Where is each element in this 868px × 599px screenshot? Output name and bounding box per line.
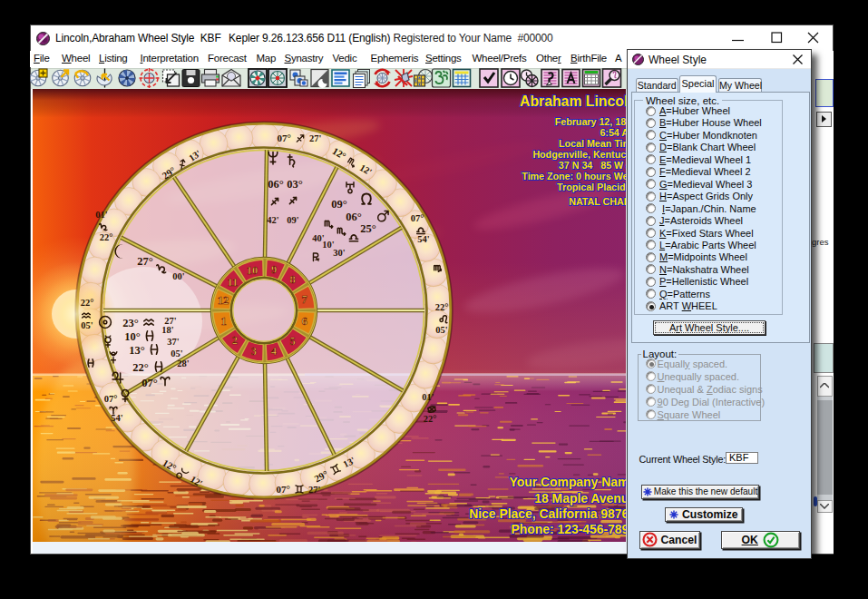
svg-text:07°: 07° bbox=[411, 213, 424, 223]
svg-text:01': 01' bbox=[95, 210, 108, 220]
svg-text:3: 3 bbox=[251, 345, 257, 358]
svg-text:06°: 06° bbox=[268, 178, 284, 191]
svg-text:10: 10 bbox=[247, 264, 258, 277]
svg-text:54': 54' bbox=[417, 234, 430, 244]
svg-text:NATAL CHART: NATAL CHART bbox=[569, 196, 627, 207]
svg-text:07°: 07° bbox=[278, 133, 291, 143]
svg-text:09': 09' bbox=[287, 215, 299, 225]
svg-text:10°: 10° bbox=[124, 330, 141, 343]
svg-text:Local Mean Time: Local Mean Time bbox=[559, 138, 627, 149]
svg-text:27': 27' bbox=[309, 133, 322, 143]
svg-text:6: 6 bbox=[301, 315, 307, 328]
svg-text:Your Company Name: Your Company Name bbox=[510, 475, 627, 489]
svg-text:13°: 13° bbox=[129, 344, 145, 357]
svg-text:Phone: 123-456-7890: Phone: 123-456-7890 bbox=[512, 522, 627, 536]
svg-text:23°: 23° bbox=[122, 317, 139, 329]
svg-text:06°: 06° bbox=[346, 211, 362, 223]
svg-text:8: 8 bbox=[289, 273, 295, 286]
svg-text:Hodgenville, Kentucky: Hodgenville, Kentucky bbox=[532, 149, 627, 160]
svg-text:05': 05' bbox=[435, 325, 448, 335]
svg-text:5: 5 bbox=[289, 335, 295, 348]
svg-text:7: 7 bbox=[301, 293, 307, 306]
svg-text:Tropical Placidus: Tropical Placidus bbox=[557, 182, 627, 192]
svg-text:07°: 07° bbox=[277, 484, 290, 495]
svg-text:18 Maple Avenue: 18 Maple Avenue bbox=[534, 491, 627, 506]
svg-text:03°: 03° bbox=[287, 178, 303, 191]
svg-text:Nice Place, California 98765: Nice Place, California 98765 bbox=[469, 506, 627, 521]
svg-text:00': 00' bbox=[172, 271, 185, 281]
svg-text:25°: 25° bbox=[360, 222, 376, 235]
svg-text:07°: 07° bbox=[141, 377, 158, 389]
svg-text:28': 28' bbox=[177, 358, 190, 368]
svg-text:54': 54' bbox=[111, 413, 123, 423]
svg-text:27°: 27° bbox=[137, 255, 153, 268]
svg-text:01': 01' bbox=[422, 392, 434, 402]
svg-text:6:54 AM: 6:54 AM bbox=[600, 127, 627, 138]
svg-text:37': 37' bbox=[167, 337, 180, 347]
svg-text:1: 1 bbox=[220, 315, 226, 328]
svg-text:12: 12 bbox=[218, 294, 229, 307]
svg-text:22°: 22° bbox=[81, 298, 94, 308]
svg-text:22°: 22° bbox=[132, 361, 149, 374]
svg-text:37 N 34 85 W 41: 37 N 34 85 W 41 bbox=[559, 160, 627, 171]
svg-text:22°: 22° bbox=[424, 414, 437, 424]
svg-text:2: 2 bbox=[232, 334, 238, 347]
svg-text:11: 11 bbox=[227, 276, 238, 289]
svg-text:22°: 22° bbox=[100, 232, 113, 242]
svg-text:Abraham Lincoln: Abraham Lincoln bbox=[520, 93, 627, 109]
svg-text:42': 42' bbox=[267, 215, 279, 225]
svg-text:9: 9 bbox=[271, 263, 277, 276]
svg-text:05': 05' bbox=[81, 320, 93, 330]
svg-text:05': 05' bbox=[171, 349, 183, 358]
svg-text:February 12, 1809: February 12, 1809 bbox=[555, 116, 627, 127]
svg-text:30': 30' bbox=[333, 248, 346, 258]
svg-text:Time Zone: 0 hours West: Time Zone: 0 hours West bbox=[522, 171, 627, 182]
svg-text:22°: 22° bbox=[435, 302, 449, 312]
svg-text:09°: 09° bbox=[331, 198, 347, 211]
svg-text:27': 27' bbox=[308, 485, 321, 495]
svg-text:4: 4 bbox=[271, 345, 278, 358]
svg-text:07°: 07° bbox=[104, 394, 118, 404]
svg-text:18': 18' bbox=[161, 325, 174, 335]
